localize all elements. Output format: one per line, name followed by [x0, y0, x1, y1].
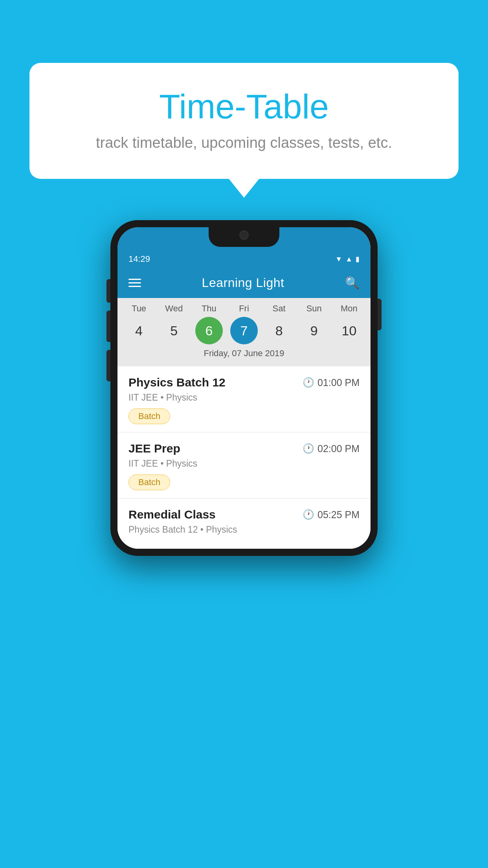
- calendar-strip: Tue Wed Thu Fri Sat Sun Mon 4 5 6 7 8 9 …: [117, 298, 371, 366]
- day-header-mon: Mon: [335, 303, 363, 314]
- phone-outer: 14:29 ▼ ▲ ▮ Learning Light 🔍: [110, 220, 378, 556]
- day-6-today[interactable]: 6: [195, 317, 223, 344]
- clock-icon-1: 🕐: [303, 377, 314, 388]
- class-name-2: JEE Prep: [128, 442, 180, 455]
- clock-icon-3: 🕐: [303, 509, 314, 520]
- class-meta-3: Physics Batch 12 • Physics: [128, 524, 360, 535]
- class-item-2-header: JEE Prep 🕐 02:00 PM: [128, 442, 360, 455]
- class-time-value-1: 01:00 PM: [317, 377, 360, 388]
- day-4[interactable]: 4: [125, 317, 153, 344]
- day-header-wed: Wed: [160, 303, 188, 314]
- day-numbers: 4 5 6 7 8 9 10: [117, 317, 371, 344]
- bubble-title: Time-Table: [61, 86, 427, 127]
- status-time: 14:29: [128, 254, 150, 264]
- notch: [209, 227, 279, 247]
- day-header-tue: Tue: [125, 303, 153, 314]
- wifi-icon: ▼: [335, 255, 342, 263]
- day-9[interactable]: 9: [300, 317, 328, 344]
- day-10[interactable]: 10: [335, 317, 363, 344]
- volume-up-button: [106, 311, 110, 342]
- class-time-value-2: 02:00 PM: [317, 443, 360, 454]
- status-icons: ▼ ▲ ▮: [335, 255, 360, 263]
- class-item-1-header: Physics Batch 12 🕐 01:00 PM: [128, 376, 360, 389]
- hamburger-menu[interactable]: [128, 279, 141, 287]
- app-bar: Learning Light 🔍: [117, 267, 371, 298]
- day-header-thu: Thu: [195, 303, 223, 314]
- class-time-1: 🕐 01:00 PM: [303, 377, 360, 388]
- batch-badge-2: Batch: [128, 474, 170, 490]
- day-header-sun: Sun: [300, 303, 328, 314]
- class-name-1: Physics Batch 12: [128, 376, 226, 389]
- signal-icon: ▲: [345, 255, 352, 263]
- batch-badge-1: Batch: [128, 408, 170, 424]
- status-bar: 14:29 ▼ ▲ ▮: [117, 247, 371, 267]
- volume-down-button: [106, 350, 110, 381]
- day-headers: Tue Wed Thu Fri Sat Sun Mon: [117, 303, 371, 314]
- app-title: Learning Light: [202, 276, 284, 290]
- class-time-2: 🕐 02:00 PM: [303, 443, 360, 454]
- day-8[interactable]: 8: [265, 317, 293, 344]
- phone-screen: 14:29 ▼ ▲ ▮ Learning Light 🔍: [117, 227, 371, 549]
- camera: [239, 230, 249, 240]
- class-meta-1: IIT JEE • Physics: [128, 392, 360, 403]
- clock-icon-2: 🕐: [303, 443, 314, 454]
- day-5[interactable]: 5: [160, 317, 188, 344]
- class-item-1[interactable]: Physics Batch 12 🕐 01:00 PM IIT JEE • Ph…: [117, 366, 371, 432]
- class-item-3-header: Remedial Class 🕐 05:25 PM: [128, 508, 360, 521]
- speech-bubble: Time-Table track timetable, upcoming cla…: [29, 63, 459, 179]
- phone-mockup: 14:29 ▼ ▲ ▮ Learning Light 🔍: [110, 220, 378, 556]
- selected-date-label: Friday, 07 June 2019: [117, 344, 371, 364]
- class-name-3: Remedial Class: [128, 508, 216, 521]
- search-button[interactable]: 🔍: [345, 276, 360, 290]
- class-meta-2: IIT JEE • Physics: [128, 458, 360, 469]
- class-time-value-3: 05:25 PM: [317, 509, 360, 520]
- mute-button: [106, 279, 110, 303]
- class-item-2[interactable]: JEE Prep 🕐 02:00 PM IIT JEE • Physics Ba…: [117, 432, 371, 498]
- day-7-selected[interactable]: 7: [230, 317, 258, 344]
- battery-icon: ▮: [356, 255, 360, 263]
- class-item-3[interactable]: Remedial Class 🕐 05:25 PM Physics Batch …: [117, 498, 371, 549]
- day-header-fri: Fri: [230, 303, 258, 314]
- class-time-3: 🕐 05:25 PM: [303, 509, 360, 520]
- bubble-subtitle: track timetable, upcoming classes, tests…: [61, 134, 427, 151]
- day-header-sat: Sat: [265, 303, 293, 314]
- power-button: [378, 299, 382, 330]
- class-list: Physics Batch 12 🕐 01:00 PM IIT JEE • Ph…: [117, 366, 371, 549]
